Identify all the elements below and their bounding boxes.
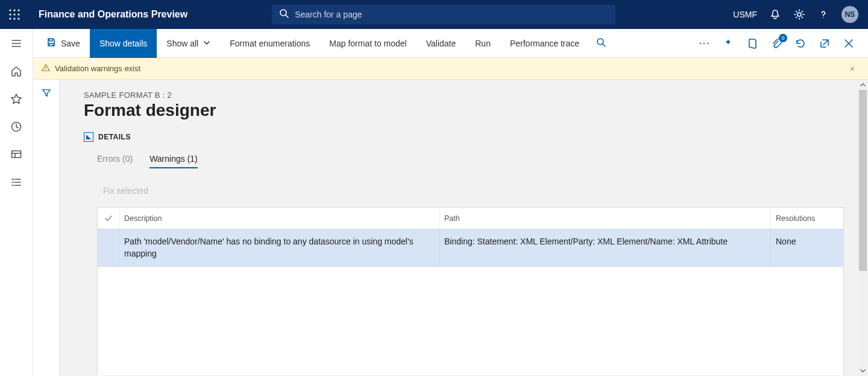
validate-button[interactable]: Validate xyxy=(417,29,466,58)
banner-close-icon[interactable] xyxy=(850,64,860,74)
chevron-down-icon xyxy=(203,39,210,48)
left-rail xyxy=(0,29,33,376)
svg-point-21 xyxy=(45,69,46,70)
svg-point-5 xyxy=(17,13,19,15)
save-label: Save xyxy=(61,39,80,48)
show-all-label: Show all xyxy=(166,39,198,48)
attachments-badge: 0 xyxy=(779,34,787,42)
svg-point-6 xyxy=(9,18,11,19)
svg-point-1 xyxy=(13,9,15,11)
search-wrap xyxy=(272,5,615,24)
svg-point-0 xyxy=(9,9,11,11)
close-icon[interactable] xyxy=(843,37,855,49)
search-input[interactable] xyxy=(295,10,608,19)
tab-warnings[interactable]: Warnings (1) xyxy=(149,154,198,168)
svg-rect-14 xyxy=(12,151,21,158)
svg-point-2 xyxy=(17,9,19,11)
map-format-label: Map format to model xyxy=(329,39,406,48)
topbar-right: USMF NS xyxy=(733,6,868,23)
more-icon[interactable] xyxy=(698,37,710,49)
row-description: Path 'model/Vendor/Name' has no binding … xyxy=(119,229,439,266)
row-checkbox[interactable] xyxy=(98,229,119,266)
map-format-button[interactable]: Map format to model xyxy=(319,29,416,58)
show-details-label: Show details xyxy=(99,39,147,48)
star-icon[interactable] xyxy=(10,93,22,105)
show-all-button[interactable]: Show all xyxy=(157,29,220,58)
enhance-icon[interactable] xyxy=(722,37,734,49)
scroll-down-icon[interactable] xyxy=(858,366,868,376)
col-description[interactable]: Description xyxy=(119,208,439,229)
grid-row[interactable]: Path 'model/Vendor/Name' has no binding … xyxy=(98,229,843,267)
svg-point-19 xyxy=(707,42,709,44)
row-resolutions: None xyxy=(771,229,843,266)
row-path: Binding: Statement: XML Element/Party: X… xyxy=(439,229,771,266)
vertical-scrollbar[interactable] xyxy=(858,80,868,376)
home-icon[interactable] xyxy=(10,65,22,77)
svg-point-8 xyxy=(17,18,19,19)
modules-icon[interactable] xyxy=(10,176,22,188)
performance-trace-button[interactable]: Performance trace xyxy=(500,29,589,58)
legal-entity[interactable]: USMF xyxy=(733,10,757,19)
workspace-icon[interactable] xyxy=(10,148,22,161)
grid-header: Description Path Resolutions xyxy=(98,208,843,229)
performance-trace-label: Performance trace xyxy=(510,39,579,48)
filter-column xyxy=(33,80,60,376)
actionbar-right: 0 xyxy=(698,37,864,49)
warning-banner: Validation warnings exist xyxy=(33,58,868,80)
svg-point-4 xyxy=(13,13,15,15)
grid-select-all-icon[interactable] xyxy=(98,208,119,229)
svg-line-10 xyxy=(286,15,288,18)
search-icon xyxy=(279,8,289,21)
gear-icon[interactable] xyxy=(793,8,805,21)
save-icon xyxy=(46,37,56,49)
svg-point-12 xyxy=(823,17,824,18)
nav-hamburger-icon[interactable] xyxy=(10,37,22,49)
clock-icon[interactable] xyxy=(10,121,22,133)
find-icon xyxy=(596,37,606,49)
fix-selected-button[interactable]: Fix selected xyxy=(103,186,148,196)
content: SAMPLE FORMAT B : 2 Format designer DETA… xyxy=(60,80,868,376)
search-box[interactable] xyxy=(272,5,615,24)
svg-point-17 xyxy=(699,42,701,44)
help-icon[interactable] xyxy=(817,8,829,21)
refresh-icon[interactable] xyxy=(794,37,807,49)
run-label: Run xyxy=(475,39,491,48)
warning-banner-text: Validation warnings exist xyxy=(55,64,140,73)
svg-point-18 xyxy=(703,42,705,44)
format-enumerations-button[interactable]: Format enumerations xyxy=(220,29,319,58)
attachments-icon[interactable]: 0 xyxy=(770,37,782,49)
svg-line-16 xyxy=(603,44,605,46)
scroll-thumb[interactable] xyxy=(859,90,867,271)
validate-label: Validate xyxy=(426,39,456,48)
grid-blank-area xyxy=(98,267,843,375)
topbar: Finance and Operations Preview USMF NS xyxy=(0,0,868,29)
details-label: DETAILS xyxy=(98,133,131,141)
find-button[interactable] xyxy=(589,29,613,58)
app-launcher-icon[interactable] xyxy=(0,0,29,29)
run-button[interactable]: Run xyxy=(465,29,500,58)
filter-icon[interactable] xyxy=(39,86,54,100)
details-header: DETAILS xyxy=(84,132,844,142)
col-resolutions[interactable]: Resolutions xyxy=(771,208,843,229)
format-enumerations-label: Format enumerations xyxy=(230,39,310,48)
office-icon[interactable] xyxy=(746,37,758,49)
scroll-up-icon[interactable] xyxy=(858,80,868,90)
save-button[interactable]: Save xyxy=(37,29,90,58)
avatar[interactable]: NS xyxy=(841,6,858,23)
app-title: Finance and Operations Preview xyxy=(39,9,187,20)
warnings-grid: Description Path Resolutions Path 'model… xyxy=(97,207,844,375)
bell-icon[interactable] xyxy=(769,8,781,21)
svg-point-7 xyxy=(13,18,15,19)
details-tabs: Errors (0) Warnings (1) xyxy=(84,154,844,168)
details-collapse-icon[interactable] xyxy=(84,132,93,142)
svg-point-11 xyxy=(797,13,801,16)
actionbar: Save Show details Show all Format enumer… xyxy=(33,29,868,58)
breadcrumb: SAMPLE FORMAT B : 2 xyxy=(84,91,844,100)
show-details-button[interactable]: Show details xyxy=(90,29,157,58)
col-path[interactable]: Path xyxy=(439,208,771,229)
page-title: Format designer xyxy=(84,101,844,120)
tab-errors[interactable]: Errors (0) xyxy=(97,154,133,168)
warning-triangle-icon xyxy=(42,63,55,74)
svg-point-3 xyxy=(9,13,11,15)
popout-icon[interactable] xyxy=(819,37,831,49)
